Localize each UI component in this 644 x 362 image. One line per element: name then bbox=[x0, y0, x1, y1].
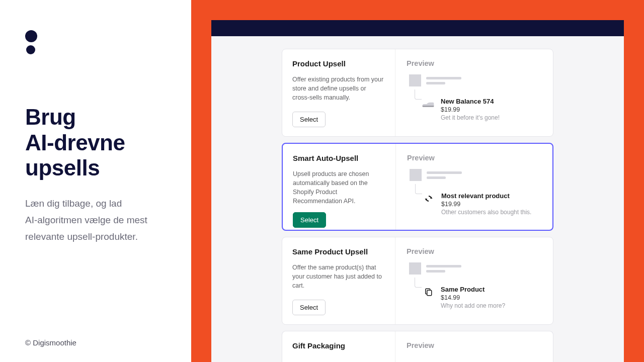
card-title: Product Upsell bbox=[292, 59, 385, 68]
select-button[interactable]: Select bbox=[292, 112, 326, 127]
preview-product-row: Same Product $14.99 Why not add one more… bbox=[422, 286, 543, 309]
product-info: Same Product $14.99 Why not add one more… bbox=[441, 286, 505, 309]
sync-icon bbox=[422, 192, 435, 205]
card-preview: Preview bbox=[396, 144, 552, 230]
placeholder-line bbox=[426, 77, 461, 79]
placeholder-line bbox=[427, 171, 462, 174]
card-desc: Offer the same product(s) that your cust… bbox=[292, 263, 385, 294]
placeholder-parent-row bbox=[409, 74, 543, 86]
product-price: $14.99 bbox=[441, 294, 505, 301]
placeholder-thumb bbox=[409, 74, 421, 86]
select-button[interactable]: Select bbox=[293, 212, 326, 228]
product-price: $19.99 bbox=[441, 106, 500, 113]
headline-line: AI-drevne bbox=[25, 130, 125, 155]
product-price: $19.99 bbox=[441, 201, 531, 208]
tree-connector bbox=[415, 89, 422, 100]
shoe-icon bbox=[422, 98, 435, 111]
card-preview: Preview bbox=[395, 237, 553, 324]
preview-product-row: New Balance 574 $19.99 Get it before it'… bbox=[422, 98, 543, 121]
preview-tree: Most relevant product $19.99 Other custo… bbox=[407, 169, 542, 216]
topbar bbox=[211, 20, 624, 36]
app-frame: Product Upsell Offer existing products f… bbox=[211, 20, 624, 362]
preview-tree: Same Product $14.99 Why not add one more… bbox=[407, 262, 543, 309]
subheading: Læn dig tilbage, og lad AI-algoritmen væ… bbox=[25, 195, 166, 245]
product-name: Same Product bbox=[441, 286, 505, 293]
placeholder-line bbox=[426, 270, 445, 273]
card-preview: Preview bbox=[395, 49, 553, 136]
left-panel: Brug AI-drevne upsells Læn dig tilbage, … bbox=[0, 0, 191, 362]
product-hint: Why not add one more? bbox=[441, 302, 505, 309]
upsell-card-product[interactable]: Product Upsell Offer existing products f… bbox=[282, 49, 553, 137]
placeholder-thumb bbox=[410, 169, 422, 181]
preview-label: Preview bbox=[407, 341, 543, 349]
placeholder-lines bbox=[426, 265, 461, 273]
tree-connector bbox=[415, 278, 422, 288]
svg-rect-1 bbox=[427, 290, 432, 296]
card-left: Same Product Upsell Offer the same produ… bbox=[282, 237, 395, 324]
card-left: Product Upsell Offer existing products f… bbox=[282, 49, 395, 136]
preview-label: Preview bbox=[407, 59, 543, 67]
preview-label: Preview bbox=[407, 154, 542, 162]
placeholder-line bbox=[426, 265, 461, 267]
card-title: Gift Packaging bbox=[292, 341, 385, 350]
copy-icon bbox=[422, 286, 435, 299]
card-desc: Upsell products are chosen automatically… bbox=[293, 169, 385, 206]
placeholder-parent-row bbox=[410, 169, 542, 181]
sub-line: relevante upsell-produkter. bbox=[25, 231, 138, 242]
card-left: Smart Auto-Upsell Upsell products are ch… bbox=[283, 144, 396, 230]
upsell-card-gift[interactable]: Gift Packaging Preview bbox=[282, 331, 553, 362]
logo-dot-small bbox=[26, 45, 35, 54]
product-info: Most relevant product $19.99 Other custo… bbox=[441, 192, 531, 216]
headline: Brug AI-drevne upsells bbox=[25, 105, 166, 181]
placeholder-thumb bbox=[409, 262, 421, 275]
preview-label: Preview bbox=[407, 247, 543, 255]
upsell-card-same[interactable]: Same Product Upsell Offer the same produ… bbox=[282, 237, 553, 325]
placeholder-parent-row bbox=[409, 262, 543, 275]
placeholder-lines bbox=[426, 77, 461, 84]
placeholder-lines bbox=[427, 171, 462, 179]
product-info: New Balance 574 $19.99 Get it before it'… bbox=[441, 98, 500, 121]
sub-line: AI-algoritmen vælge de mest bbox=[25, 215, 147, 225]
preview-product-row: Most relevant product $19.99 Other custo… bbox=[422, 192, 542, 216]
upsell-card-smart[interactable]: Smart Auto-Upsell Upsell products are ch… bbox=[282, 143, 553, 231]
logo bbox=[25, 30, 166, 54]
select-button[interactable]: Select bbox=[292, 300, 326, 315]
card-title: Smart Auto-Upsell bbox=[293, 154, 385, 162]
card-left: Gift Packaging bbox=[282, 331, 395, 362]
product-hint: Other customers also bought this. bbox=[441, 209, 531, 216]
logo-dot-large bbox=[25, 30, 37, 42]
product-name: New Balance 574 bbox=[441, 98, 500, 105]
card-list: Product Upsell Offer existing products f… bbox=[211, 36, 624, 362]
card-title: Same Product Upsell bbox=[292, 247, 385, 256]
placeholder-line bbox=[427, 176, 446, 179]
headline-line: upsells bbox=[25, 155, 100, 180]
preview-tree: New Balance 574 $19.99 Get it before it'… bbox=[407, 74, 543, 121]
product-hint: Get it before it's gone! bbox=[441, 114, 500, 121]
copyright: © Digismoothie bbox=[25, 338, 76, 347]
sub-line: Læn dig tilbage, og lad bbox=[25, 198, 122, 209]
card-desc: Offer existing products from your store … bbox=[292, 75, 385, 106]
product-name: Most relevant product bbox=[441, 192, 531, 200]
tree-connector bbox=[415, 184, 422, 194]
right-panel: Product Upsell Offer existing products f… bbox=[191, 0, 644, 362]
headline-line: Brug bbox=[25, 105, 76, 129]
placeholder-line bbox=[426, 82, 445, 84]
card-preview: Preview bbox=[395, 331, 553, 362]
